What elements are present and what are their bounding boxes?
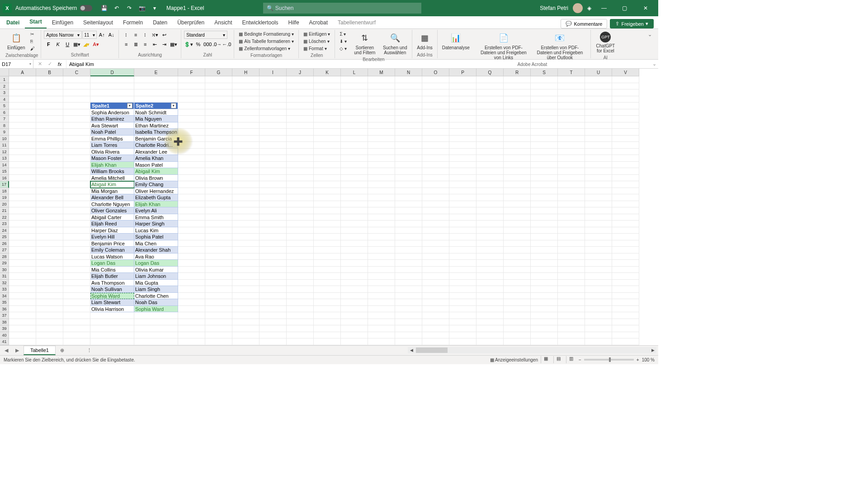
cell-D34[interactable]: Sophia Ward: [90, 293, 134, 300]
cell-G13[interactable]: [205, 155, 232, 162]
cell-Q28[interactable]: [476, 253, 504, 260]
cell-H23[interactable]: [232, 221, 259, 227]
cell-R18[interactable]: [504, 188, 531, 195]
cell-L10[interactable]: [341, 136, 368, 142]
cell-U4[interactable]: [585, 96, 612, 103]
cell-A5[interactable]: [9, 103, 36, 109]
cell-F23[interactable]: [178, 221, 205, 227]
cell-A33[interactable]: [9, 286, 36, 293]
cell-P8[interactable]: [449, 122, 476, 129]
cell-D39[interactable]: [90, 325, 134, 332]
cell-R31[interactable]: [504, 273, 531, 280]
cell-G3[interactable]: [205, 89, 232, 96]
cell-C18[interactable]: [63, 188, 90, 195]
cell-B36[interactable]: [36, 306, 63, 313]
cell-C32[interactable]: [63, 280, 90, 286]
customize-qat-icon[interactable]: ▾: [148, 2, 161, 14]
cell-C37[interactable]: [63, 312, 90, 319]
increase-decimal-icon[interactable]: .0→: [212, 40, 222, 48]
cell-Q20[interactable]: [476, 201, 504, 208]
column-header-B[interactable]: B: [36, 69, 63, 76]
cell-U23[interactable]: [585, 221, 612, 227]
cell-B23[interactable]: [36, 221, 63, 227]
cell-R19[interactable]: [504, 194, 531, 201]
sheet-nav-prev[interactable]: ◀: [2, 347, 11, 353]
cell-P32[interactable]: [449, 280, 476, 286]
cell-B18[interactable]: [36, 188, 63, 195]
cell-S6[interactable]: [531, 109, 558, 116]
cell-C24[interactable]: [63, 227, 90, 234]
tab-entwicklertools[interactable]: Entwicklertools: [238, 17, 283, 28]
cell-B12[interactable]: [36, 149, 63, 155]
cell-O20[interactable]: [422, 201, 449, 208]
cell-V20[interactable]: [612, 201, 639, 208]
cell-O1[interactable]: [422, 76, 449, 83]
cell-T39[interactable]: [558, 325, 585, 332]
cell-F25[interactable]: [178, 234, 205, 240]
cell-H16[interactable]: [232, 175, 259, 182]
cell-K20[interactable]: [314, 201, 341, 208]
cell-C28[interactable]: [63, 253, 90, 260]
zoom-slider[interactable]: [584, 359, 634, 361]
cut-button[interactable]: ✂: [28, 31, 37, 38]
row-header-39[interactable]: 39: [0, 325, 9, 332]
row-header-33[interactable]: 33: [0, 286, 9, 293]
cell-Q4[interactable]: [476, 96, 504, 103]
cancel-formula-icon[interactable]: ✕: [35, 60, 44, 68]
cell-Q39[interactable]: [476, 325, 504, 332]
cell-K23[interactable]: [314, 221, 341, 227]
cell-E39[interactable]: [134, 325, 178, 332]
cell-G32[interactable]: [205, 280, 232, 286]
cell-U25[interactable]: [585, 234, 612, 240]
cell-I12[interactable]: [259, 149, 287, 155]
cell-U38[interactable]: [585, 319, 612, 326]
cell-P5[interactable]: [449, 103, 476, 109]
wrap-text-icon[interactable]: ↩: [160, 31, 169, 39]
column-header-E[interactable]: E: [134, 69, 178, 76]
add-sheet-button[interactable]: ⊕: [57, 347, 67, 353]
cell-L21[interactable]: [341, 207, 368, 214]
tab-tabellenentwurf[interactable]: Tabellenentwurf: [333, 17, 380, 28]
cell-P2[interactable]: [449, 83, 476, 90]
cell-E41[interactable]: [134, 338, 178, 345]
tab-einfügen[interactable]: Einfügen: [47, 17, 78, 28]
cell-V6[interactable]: [612, 109, 639, 116]
zoom-in-button[interactable]: +: [637, 357, 639, 362]
cell-U22[interactable]: [585, 214, 612, 221]
cell-J7[interactable]: [287, 116, 314, 122]
cell-O31[interactable]: [422, 273, 449, 280]
cell-G4[interactable]: [205, 96, 232, 103]
tab-seitenlayout[interactable]: Seitenlayout: [79, 17, 118, 28]
cell-V37[interactable]: [612, 312, 639, 319]
column-header-H[interactable]: H: [232, 69, 259, 76]
cell-N12[interactable]: [395, 149, 422, 155]
cell-M20[interactable]: [368, 201, 395, 208]
cell-D4[interactable]: [90, 96, 134, 103]
cell-D12[interactable]: Olivia Rivera: [90, 149, 134, 155]
cell-A25[interactable]: [9, 234, 36, 240]
cell-K30[interactable]: [314, 267, 341, 273]
cell-E3[interactable]: [134, 89, 178, 96]
cell-G19[interactable]: [205, 194, 232, 201]
format-painter-button[interactable]: 🖌: [28, 45, 37, 52]
cell-N16[interactable]: [395, 175, 422, 182]
cell-U26[interactable]: [585, 240, 612, 247]
cell-L5[interactable]: [341, 103, 368, 109]
tab-ansicht[interactable]: Ansicht: [210, 17, 236, 28]
cell-I9[interactable]: [259, 129, 287, 136]
cell-C2[interactable]: [63, 83, 90, 90]
cell-K22[interactable]: [314, 214, 341, 221]
save-icon[interactable]: 💾: [98, 2, 110, 14]
cell-R11[interactable]: [504, 142, 531, 149]
cell-Q38[interactable]: [476, 319, 504, 326]
cell-N13[interactable]: [395, 155, 422, 162]
cell-N25[interactable]: [395, 234, 422, 240]
cell-O24[interactable]: [422, 227, 449, 234]
cell-M23[interactable]: [368, 221, 395, 227]
cell-M10[interactable]: [368, 136, 395, 142]
cell-H35[interactable]: [232, 299, 259, 306]
cell-G12[interactable]: [205, 149, 232, 155]
cell-R34[interactable]: [504, 293, 531, 300]
cell-E2[interactable]: [134, 83, 178, 90]
cell-R40[interactable]: [504, 332, 531, 339]
